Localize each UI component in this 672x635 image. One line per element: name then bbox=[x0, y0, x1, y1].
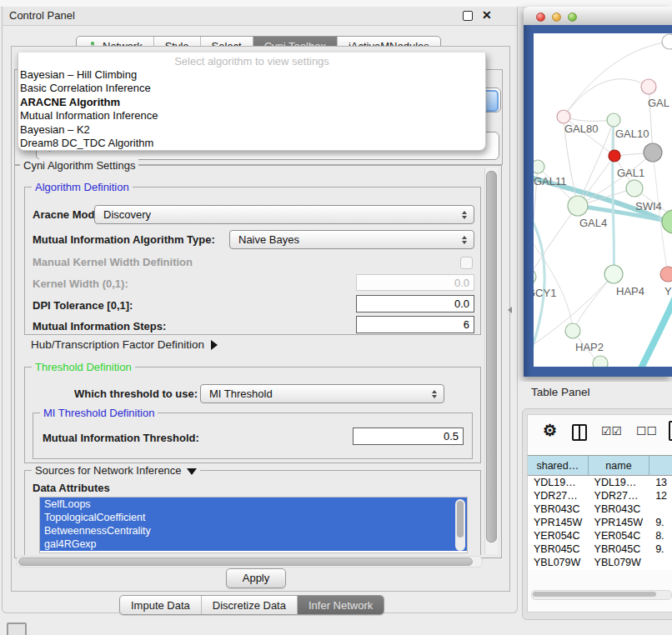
hub-transcription-factor-section[interactable]: Hub/Transcription Factor Definition bbox=[31, 338, 218, 351]
network-node[interactable] bbox=[534, 269, 536, 284]
node-label: GAL11 bbox=[534, 175, 567, 188]
network-node[interactable] bbox=[626, 180, 643, 197]
table-cell: YLR345W bbox=[528, 569, 589, 570]
tab-label: Impute Data bbox=[131, 599, 190, 612]
float-window-icon[interactable] bbox=[463, 11, 473, 21]
node-label: GAL10 bbox=[615, 128, 649, 140]
list-scrollbar[interactable] bbox=[455, 499, 465, 551]
control-panel-titlebar: Control Panel ✕ bbox=[3, 7, 517, 26]
table-panel-titlebar: Table Panel bbox=[519, 382, 672, 403]
dropdown-item[interactable]: Basic Correlation Inference bbox=[18, 82, 485, 95]
column-header[interactable]: name bbox=[589, 456, 650, 475]
table-cell: YDR27… bbox=[589, 489, 650, 502]
node-label: GAL1 bbox=[617, 167, 644, 179]
mi-algorithm-type-label: Mutual Information Algorithm Type: bbox=[33, 233, 215, 246]
combobox-stepper-icon bbox=[462, 211, 467, 219]
splitter-collapse-icon[interactable] bbox=[508, 307, 512, 313]
node-table: shared…name YDL19…YDL19…13YDR27…YDR27…12… bbox=[528, 455, 672, 570]
network-node[interactable] bbox=[534, 160, 544, 173]
sources-title: Sources for Network Inference bbox=[35, 464, 182, 477]
list-item[interactable]: TopologicalCoefficient bbox=[40, 511, 467, 524]
node-label: GAL80 bbox=[564, 122, 598, 135]
network-canvas[interactable]: GALGAL80GAL10GAL11GAL1GAL4SWI4GCY1HAP4YH… bbox=[534, 33, 672, 367]
data-attributes-list[interactable]: SelfLoopsTopologicalCoefficientBetweenne… bbox=[39, 497, 468, 553]
table-row[interactable]: YBR043CYBR043C bbox=[528, 502, 672, 516]
table-panel-body: ⚙ ☑☑ ☐☐ shared…name YDL19…YDL19…13YDR27…… bbox=[527, 414, 672, 612]
table-row[interactable]: YDL19…YDL19…13 bbox=[528, 476, 672, 489]
window-close-icon[interactable] bbox=[536, 12, 545, 22]
select-all-columns-icon[interactable]: ☑☑ bbox=[601, 425, 622, 437]
aracne-mode-combobox[interactable]: Discovery bbox=[94, 205, 474, 224]
network-edge[interactable] bbox=[534, 204, 544, 367]
network-node[interactable] bbox=[609, 150, 620, 162]
dropdown-item[interactable]: Dream8 DC_TDC Algorithm bbox=[18, 137, 485, 150]
window-zoom-icon[interactable] bbox=[568, 12, 577, 22]
network-node[interactable] bbox=[607, 113, 620, 127]
scrollbar-thumb[interactable] bbox=[457, 501, 464, 538]
table-row[interactable]: YLR345WYLR345W9. bbox=[528, 569, 672, 570]
network-node[interactable] bbox=[604, 265, 623, 283]
table-cell: YBR045C bbox=[528, 542, 589, 556]
dropdown-item[interactable]: ARACNE Algorithm bbox=[18, 96, 485, 109]
dock-panel-icon[interactable] bbox=[7, 622, 27, 635]
network-node[interactable] bbox=[557, 110, 570, 123]
network-graph[interactable]: GALGAL80GAL10GAL11GAL1GAL4SWI4GCY1HAP4YH… bbox=[534, 33, 672, 367]
table-row[interactable]: YBL079WYBL079W bbox=[528, 556, 672, 569]
table-panel-title: Table Panel bbox=[531, 386, 590, 398]
dropdown-item[interactable]: Bayesian – Hill Climbing bbox=[18, 68, 485, 82]
network-edge[interactable] bbox=[573, 274, 614, 331]
list-item[interactable]: SelfLoops bbox=[40, 498, 467, 511]
table-row[interactable]: YBR045CYBR045C9. bbox=[528, 542, 672, 556]
mi-steps-input[interactable]: 6 bbox=[356, 316, 474, 333]
table-cell: 9. bbox=[649, 542, 672, 556]
combobox-value: Discovery bbox=[103, 208, 151, 221]
unselect-all-columns-icon[interactable]: ☐☐ bbox=[636, 425, 657, 437]
split-columns-icon[interactable] bbox=[572, 424, 587, 441]
tab-discretize-data[interactable]: Discretize Data bbox=[201, 596, 297, 614]
close-icon[interactable]: ✕ bbox=[482, 8, 492, 22]
network-node[interactable] bbox=[641, 79, 656, 94]
which-threshold-combobox[interactable]: MI Threshold bbox=[200, 384, 444, 403]
dpi-tolerance-input[interactable]: 0.0 bbox=[356, 295, 474, 312]
mi-threshold-input[interactable]: 0.5 bbox=[353, 428, 464, 445]
network-node[interactable] bbox=[568, 196, 588, 216]
document-icon[interactable] bbox=[669, 421, 672, 441]
gear-icon[interactable]: ⚙ bbox=[543, 422, 557, 439]
network-node[interactable] bbox=[660, 267, 672, 282]
table-row[interactable]: YER054CYER054C8. bbox=[528, 529, 672, 542]
network-edge[interactable] bbox=[564, 117, 614, 121]
network-edge[interactable] bbox=[564, 79, 649, 117]
dropdown-item[interactable]: Bayesian – K2 bbox=[18, 123, 485, 137]
network-node[interactable] bbox=[593, 356, 608, 367]
list-item[interactable]: BetweennessCentrality bbox=[40, 524, 467, 538]
table-cell: YDR27… bbox=[528, 489, 589, 502]
column-header[interactable]: shared… bbox=[528, 456, 589, 475]
scrollbar-thumb[interactable] bbox=[18, 558, 473, 566]
network-window-titlebar[interactable] bbox=[524, 7, 672, 26]
list-item[interactable]: gal4RGexp bbox=[40, 538, 467, 551]
kernel-width-input[interactable]: 0.0 bbox=[356, 274, 474, 291]
scrollbar-thumb[interactable] bbox=[486, 171, 497, 542]
table-row[interactable]: YDR27…YDR27…12 bbox=[528, 489, 672, 502]
apply-button[interactable]: Apply bbox=[226, 568, 286, 588]
network-node[interactable] bbox=[662, 34, 672, 49]
dropdown-item[interactable]: Mutual Information Inference bbox=[18, 109, 485, 122]
tab-impute-data[interactable]: Impute Data bbox=[120, 596, 201, 614]
column-header[interactable] bbox=[649, 456, 672, 475]
dropdown-placeholder: Select algorithm to view settings bbox=[18, 54, 485, 68]
network-node[interactable] bbox=[662, 210, 672, 233]
manual-kernel-width-checkbox[interactable] bbox=[460, 257, 473, 269]
scrollbar-thumb[interactable] bbox=[533, 592, 656, 597]
control-panel-window: Control Panel ✕ Network Style Select Cyn… bbox=[2, 7, 518, 613]
table-body: YDL19…YDL19…13YDR27…YDR27…12YBR043CYBR04… bbox=[528, 476, 672, 570]
mi-algorithm-type-combobox[interactable]: Naive Bayes bbox=[229, 230, 474, 249]
network-window-frame: GALGAL80GAL10GAL11GAL1GAL4SWI4GCY1HAP4YH… bbox=[524, 25, 672, 377]
window-minimize-icon[interactable] bbox=[552, 12, 561, 22]
network-node[interactable] bbox=[644, 143, 662, 162]
network-node[interactable] bbox=[565, 323, 580, 338]
tab-infer-network[interactable]: Infer Network bbox=[297, 596, 384, 614]
collapsed-arrow-icon[interactable] bbox=[211, 340, 218, 350]
table-row[interactable]: YPR145WYPR145W9. bbox=[528, 516, 672, 529]
table-cell: 9. bbox=[649, 516, 672, 529]
expanded-arrow-icon[interactable] bbox=[187, 468, 197, 475]
